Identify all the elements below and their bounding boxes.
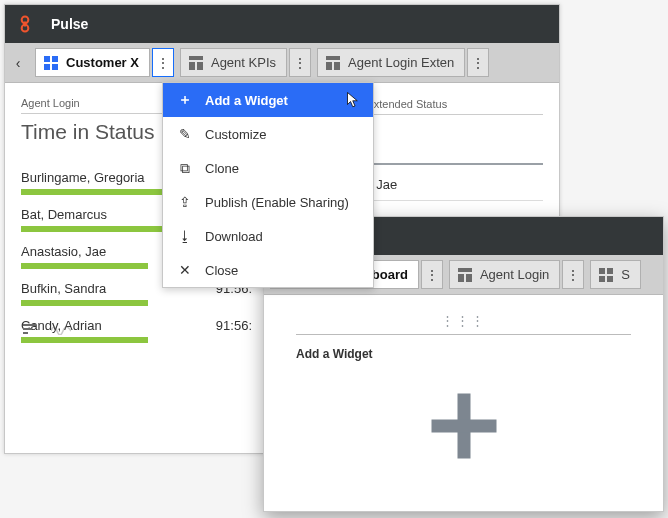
cursor-icon [343, 91, 361, 113]
add-widget-hint: Add a Widget [296, 347, 645, 361]
svg-rect-7 [189, 56, 203, 60]
tab-label: Agent Login [480, 267, 549, 282]
menu-label: Publish (Enable Sharing) [205, 195, 349, 210]
tab-customer-x[interactable]: Customer X [35, 48, 150, 77]
blank-dashboard-body: ⋮⋮⋮ Add a Widget [264, 295, 663, 509]
tab-menu-button-agent-kpis[interactable]: ⋮ [289, 48, 311, 77]
svg-rect-4 [52, 56, 58, 62]
row-name: Bufkin, Sandra [21, 281, 106, 296]
grid-icon [44, 56, 58, 70]
tab-label: Customer X [66, 55, 139, 70]
svg-rect-6 [52, 64, 58, 70]
row-name: Bat, Demarcus [21, 207, 107, 222]
svg-rect-21 [458, 274, 464, 282]
row-value: 91:56: [216, 318, 252, 333]
svg-rect-10 [326, 56, 340, 60]
share-icon: ⇪ [175, 194, 195, 210]
tab-menu-button-customer-x[interactable]: ⋮ [152, 48, 174, 77]
menu-item-download[interactable]: ⭳Download [163, 219, 373, 253]
menu-item-close[interactable]: ✕Close [163, 253, 373, 287]
layout-icon [189, 56, 203, 70]
download-icon: ⭳ [175, 228, 195, 244]
tabstrip-main: ‹ Customer X ⋮ Agent KPIs ⋮ Agent Login … [5, 43, 559, 83]
svg-rect-23 [599, 268, 605, 274]
menu-label: Customize [205, 127, 266, 142]
divider [296, 334, 631, 335]
layout-icon [326, 56, 340, 70]
tabs-prev-button[interactable]: ‹ [5, 43, 31, 82]
pencil-icon: ✎ [175, 126, 195, 142]
row-name: Anastasio, Jae [21, 244, 106, 259]
svg-rect-12 [334, 62, 340, 70]
tab-label: Agent Login Exten [348, 55, 454, 70]
svg-rect-11 [326, 62, 332, 70]
genesys-logo-icon [15, 14, 35, 34]
widget-footer-tools [23, 321, 71, 339]
menu-item-customize[interactable]: ✎Customize [163, 117, 373, 151]
tab-agent-login[interactable]: Agent Login [449, 260, 560, 289]
svg-rect-25 [599, 276, 605, 282]
tab-agent-kpis[interactable]: Agent KPIs [180, 48, 287, 77]
menu-label: Close [205, 263, 238, 278]
svg-rect-26 [607, 276, 613, 282]
tab-agent-login-extend[interactable]: Agent Login Exten [317, 48, 465, 77]
main-header: Pulse [5, 5, 559, 43]
svg-rect-9 [197, 62, 203, 70]
menu-item-clone[interactable]: ⧉Clone [163, 151, 373, 185]
svg-rect-24 [607, 268, 613, 274]
app-title: Pulse [51, 16, 88, 32]
tab-truncated[interactable]: S [590, 260, 641, 289]
tab-menu-button-agent-login[interactable]: ⋮ [562, 260, 584, 289]
menu-label: Download [205, 229, 263, 244]
row-name: Burlingame, Gregoria [21, 170, 145, 185]
wave-icon[interactable] [51, 321, 71, 339]
tab-label: S [621, 267, 630, 282]
layout-icon [458, 268, 472, 282]
drag-grip-icon[interactable]: ⋮⋮⋮ [282, 313, 645, 328]
svg-rect-22 [466, 274, 472, 282]
menu-label: Clone [205, 161, 239, 176]
menu-item-publish[interactable]: ⇪Publish (Enable Sharing) [163, 185, 373, 219]
clone-icon: ⧉ [175, 160, 195, 177]
add-widget-button[interactable] [282, 361, 645, 491]
tab-menu-button-blank[interactable]: ⋮ [421, 260, 443, 289]
tab-label: Agent KPIs [211, 55, 276, 70]
svg-rect-5 [44, 64, 50, 70]
svg-rect-3 [44, 56, 50, 62]
bars-icon[interactable] [23, 321, 41, 339]
grid-icon [599, 268, 613, 282]
tab-context-menu: ＋ Add a Widget ✎Customize ⧉Clone ⇪Publis… [162, 82, 374, 288]
svg-rect-8 [189, 62, 195, 70]
svg-rect-2 [24, 22, 26, 27]
tab-menu-button-agent-login-ext[interactable]: ⋮ [467, 48, 489, 77]
menu-label: Add a Widget [205, 93, 288, 108]
svg-rect-28 [431, 420, 496, 433]
plus-icon [425, 387, 503, 465]
menu-item-add-widget[interactable]: ＋ Add a Widget [163, 83, 373, 117]
plus-icon: ＋ [175, 91, 195, 109]
svg-rect-20 [458, 268, 472, 272]
close-icon: ✕ [175, 262, 195, 278]
